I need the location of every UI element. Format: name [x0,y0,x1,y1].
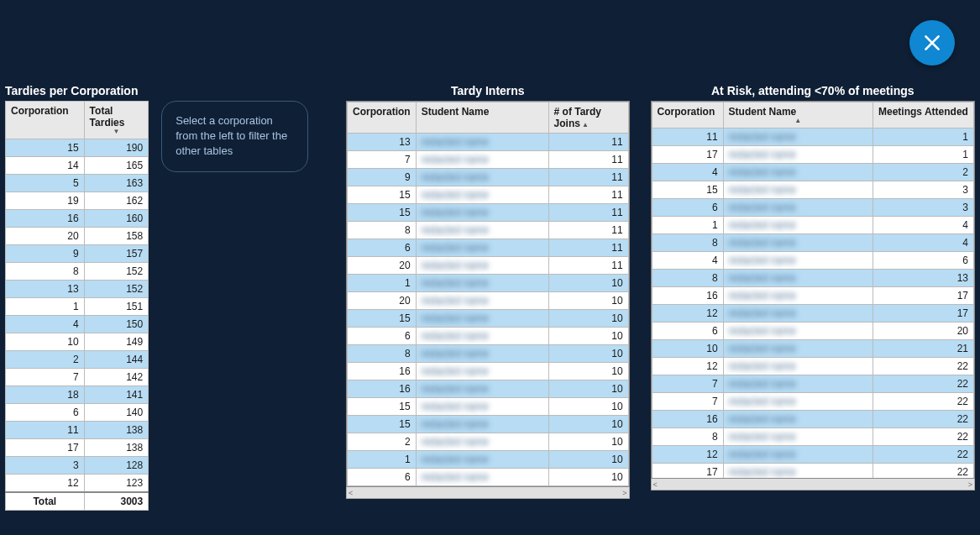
table-row[interactable]: 16redacted name10 [348,380,629,398]
cell-corporation: 9 [6,245,85,263]
table-row[interactable]: 12redacted name17 [652,305,973,323]
col-corporation[interactable]: Corporation [348,102,417,134]
panel-title-mid: Tardy Interns [346,84,630,97]
table-row[interactable]: 9157 [6,245,149,263]
cell-total-tardies: 144 [84,351,149,369]
cell-corporation: 15 [652,181,723,199]
table-row[interactable]: 3128 [6,457,149,475]
cell-tardy-joins: 10 [548,275,628,292]
table-row[interactable]: 12redacted name22 [652,446,973,464]
cell-total-tardies: 152 [84,263,149,281]
table-row[interactable]: 2144 [6,351,149,369]
cell-corporation: 13 [6,281,85,298]
table-row[interactable]: 6redacted name3 [652,199,973,217]
table-row[interactable]: 11redacted name1 [652,129,973,146]
table-row[interactable]: 17138 [6,439,149,457]
cell-student-name: redacted name [416,433,548,451]
table-row[interactable]: 20158 [6,228,149,245]
table-row[interactable]: 7redacted name11 [348,151,629,169]
table-row[interactable]: 18141 [6,386,149,404]
tardy-interns-scroll[interactable]: Corporation Student Name # of Tardy Join… [346,101,630,487]
cell-corporation: 15 [348,416,417,433]
table-row[interactable]: 20redacted name11 [348,257,629,275]
table-row[interactable]: 19162 [6,192,149,210]
cell-meetings-attended: 2 [873,164,974,181]
table-row[interactable]: 17redacted name1 [652,146,973,164]
table-row[interactable]: 1151 [6,298,149,316]
table-row[interactable]: 6redacted name11 [348,239,629,257]
col-label: Meetings Attended [878,106,968,118]
cell-meetings-attended: 6 [873,252,974,270]
table-row[interactable]: 7142 [6,369,149,386]
table-row[interactable]: 4redacted name6 [652,252,973,270]
col-meetings-attended[interactable]: Meetings Attended [873,102,974,129]
at-risk-table[interactable]: Corporation Student Name ▲ Meetings Atte… [652,102,974,479]
table-row[interactable]: 9redacted name11 [348,169,629,186]
table-row[interactable]: 17redacted name22 [652,464,973,480]
table-row[interactable]: 8redacted name4 [652,234,973,252]
table-row[interactable]: 8redacted name11 [348,222,629,239]
table-row[interactable]: 10redacted name21 [652,340,973,358]
table-row[interactable]: 16redacted name10 [348,363,629,380]
col-corporation[interactable]: Corporation [652,102,723,129]
table-row[interactable]: 6redacted name20 [652,323,973,340]
cell-student-name: redacted name [416,416,548,433]
table-row[interactable]: 8redacted name13 [652,270,973,287]
table-row[interactable]: 2redacted name10 [348,433,629,451]
table-row[interactable]: 15redacted name10 [348,398,629,416]
table-row[interactable]: 12redacted name22 [652,358,973,375]
cell-student-name: redacted name [416,310,548,328]
tardies-per-corporation-table[interactable]: Corporation Total Tardies ▼ 151901416551… [5,101,149,511]
table-row[interactable]: 1redacted name4 [652,217,973,234]
table-row[interactable]: 13152 [6,281,149,298]
cell-meetings-attended: 22 [873,393,974,411]
cell-student-name: redacted name [723,464,873,480]
table-row[interactable]: 11138 [6,422,149,439]
table-row[interactable]: 15redacted name11 [348,204,629,222]
table-row[interactable]: 16redacted name22 [652,411,973,428]
horizontal-scrollbar[interactable]: <> [346,487,630,499]
cell-student-name: redacted name [723,358,873,375]
cell-tardy-joins: 11 [548,257,628,275]
table-row[interactable]: 20redacted name10 [348,292,629,310]
table-row[interactable]: 4redacted name2 [652,164,973,181]
table-row[interactable]: 15190 [6,139,149,157]
col-student-name[interactable]: Student Name ▲ [723,102,873,129]
cell-tardy-joins: 10 [548,310,628,328]
table-row[interactable]: 8152 [6,263,149,281]
table-row[interactable]: 14165 [6,157,149,175]
col-student-name[interactable]: Student Name [416,102,548,134]
table-row[interactable]: 13redacted name11 [348,134,629,151]
col-corporation[interactable]: Corporation [6,102,85,139]
horizontal-scrollbar[interactable]: <> [651,479,975,490]
table-row[interactable]: 6redacted name10 [348,469,629,486]
table-row[interactable]: 10149 [6,333,149,351]
at-risk-scroll[interactable]: Corporation Student Name ▲ Meetings Atte… [651,101,975,479]
cell-total-tardies: 163 [84,175,149,192]
table-row[interactable]: 7redacted name22 [652,375,973,393]
cell-corporation: 18 [6,386,85,404]
col-tardy-joins[interactable]: # of Tardy Joins▲ [548,102,628,134]
table-row[interactable]: 15redacted name11 [348,186,629,204]
table-row[interactable]: 15redacted name10 [348,416,629,433]
table-row[interactable]: 8redacted name22 [652,428,973,446]
table-row[interactable]: 8redacted name10 [348,345,629,363]
table-row[interactable]: 15redacted name3 [652,181,973,199]
table-row[interactable]: 15redacted name10 [348,310,629,328]
table-row[interactable]: 12123 [6,475,149,493]
cell-student-name: redacted name [416,204,548,222]
table-row[interactable]: 4150 [6,316,149,333]
close-button[interactable] [909,20,955,66]
table-row[interactable]: 16160 [6,210,149,228]
col-total-tardies[interactable]: Total Tardies ▼ [84,102,149,139]
table-row[interactable]: 6redacted name10 [348,328,629,345]
cell-tardy-joins: 10 [548,345,628,363]
table-row[interactable]: 1redacted name10 [348,451,629,469]
table-row[interactable]: 1redacted name10 [348,275,629,292]
table-row[interactable]: 7redacted name22 [652,393,973,411]
tardy-interns-table[interactable]: Corporation Student Name # of Tardy Join… [347,102,629,486]
table-row[interactable]: 16redacted name17 [652,287,973,305]
cell-total-tardies: 158 [84,228,149,245]
table-row[interactable]: 5163 [6,175,149,192]
table-row[interactable]: 6140 [6,404,149,422]
